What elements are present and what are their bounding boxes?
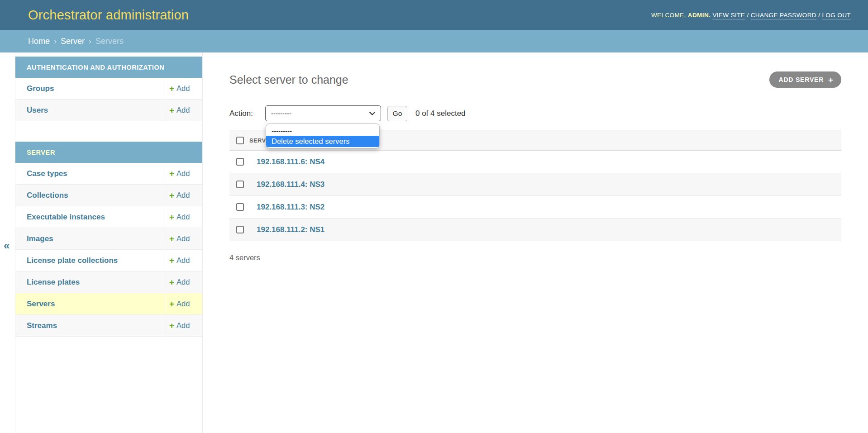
model-name-cell: Servers xyxy=(15,293,165,314)
page-title: Select server to change xyxy=(229,73,348,86)
action-dropdown: ---------Delete selected servers xyxy=(266,124,380,148)
sidebar-item-case-types: Case types+Add xyxy=(15,163,202,185)
sidebar-section-title[interactable]: Server xyxy=(15,142,202,163)
row-checkbox[interactable] xyxy=(236,158,244,166)
model-name-cell: Executable instances xyxy=(15,206,165,228)
sidebar-link-servers[interactable]: Servers xyxy=(27,300,55,309)
page-container: « Authentication and AuthorizationGroups… xyxy=(0,52,868,433)
main-content: Select server to change ADD SERVER + Act… xyxy=(203,52,868,433)
sidebar-link-executable-instances[interactable]: Executable instances xyxy=(27,213,105,222)
sidebar-link-images[interactable]: Images xyxy=(27,234,53,243)
user-link-separator: / xyxy=(818,12,820,19)
go-button[interactable]: Go xyxy=(387,106,407,121)
row-checkbox-cell xyxy=(229,158,249,166)
dropdown-option-delete-selected-servers[interactable]: Delete selected servers xyxy=(266,136,379,147)
selection-counter: 0 of 4 selected xyxy=(415,109,466,118)
user-link-separator: / xyxy=(747,12,749,19)
model-name-cell: License plate collections xyxy=(15,250,165,271)
user-link-view-site[interactable]: VIEW SITE xyxy=(712,12,745,19)
add-server-button[interactable]: ADD SERVER + xyxy=(769,71,841,88)
server-link-192-168-111-6-ns4[interactable]: 192.168.111.6: NS4 xyxy=(257,157,324,167)
plus-icon: + xyxy=(169,106,174,114)
sidebar-section-authentication-and-authorization: Authentication and AuthorizationGroups+A… xyxy=(15,57,202,121)
plus-icon: + xyxy=(169,278,174,286)
add-link-images[interactable]: Add xyxy=(176,234,190,243)
sidebar-link-license-plate-collections[interactable]: License plate collections xyxy=(27,256,118,265)
user-tools: WELCOME, ADMIN. VIEW SITE / CHANGE PASSW… xyxy=(651,12,851,19)
breadcrumb-link-home[interactable]: Home xyxy=(28,37,50,46)
sidebar-collapse-icon[interactable]: « xyxy=(4,240,10,251)
add-link-streams[interactable]: Add xyxy=(176,321,190,330)
sidebar-link-case-types[interactable]: Case types xyxy=(27,169,67,178)
site-title: Orchestrator administration xyxy=(28,8,189,23)
row-checkbox[interactable] xyxy=(236,226,244,233)
breadcrumb-separator: › xyxy=(54,37,57,46)
server-link-192-168-111-2-ns1[interactable]: 192.168.111.2: NS1 xyxy=(257,225,324,234)
plus-icon: + xyxy=(169,300,174,308)
sidebar-item-collections: Collections+Add xyxy=(15,185,202,206)
sidebar-item-streams: Streams+Add xyxy=(15,315,202,337)
user-link-change-password[interactable]: CHANGE PASSWORD xyxy=(751,12,816,19)
table-row: 192.168.111.2: NS1 xyxy=(229,219,841,241)
chevron-down-icon xyxy=(369,112,375,115)
add-link-groups[interactable]: Add xyxy=(176,84,190,93)
add-cell: +Add xyxy=(165,271,202,293)
sidebar-item-license-plates: License plates+Add xyxy=(15,271,202,293)
add-link-executable-instances[interactable]: Add xyxy=(176,213,190,221)
add-cell: +Add xyxy=(165,100,202,121)
row-checkbox-cell xyxy=(229,226,249,233)
add-link-collections[interactable]: Add xyxy=(176,191,190,200)
row-checkbox[interactable] xyxy=(236,181,244,188)
breadcrumb-separator: › xyxy=(89,37,91,46)
breadcrumb-current: Servers xyxy=(95,37,124,46)
add-cell: +Add xyxy=(165,250,202,271)
add-server-button-label: ADD SERVER xyxy=(779,76,824,83)
server-link-192-168-111-3-ns2[interactable]: 192.168.111.3: NS2 xyxy=(257,203,324,212)
add-link-license-plates[interactable]: Add xyxy=(176,278,190,286)
add-link-users[interactable]: Add xyxy=(176,106,190,114)
user-link-log-out[interactable]: LOG OUT xyxy=(822,12,851,19)
model-name-cell: Streams xyxy=(15,315,165,336)
server-link-192-168-111-4-ns3[interactable]: 192.168.111.4: NS3 xyxy=(257,180,324,189)
plus-icon: + xyxy=(169,84,174,93)
user-tools-links: VIEW SITE / CHANGE PASSWORD / LOG OUT xyxy=(712,12,851,19)
plus-icon: + xyxy=(169,191,174,200)
sidebar-link-streams[interactable]: Streams xyxy=(27,321,57,330)
sidebar-link-collections[interactable]: Collections xyxy=(27,191,68,200)
username: ADMIN. xyxy=(688,12,711,19)
sidebar-link-license-plates[interactable]: License plates xyxy=(27,278,80,287)
breadcrumb-link-server[interactable]: Server xyxy=(61,37,85,46)
row-checkbox-cell xyxy=(229,203,249,211)
plus-icon: + xyxy=(169,169,174,178)
add-link-license-plate-collections[interactable]: Add xyxy=(176,256,190,265)
dropdown-option-[interactable]: --------- xyxy=(266,126,379,136)
sidebar-link-users[interactable]: Users xyxy=(27,106,48,115)
table-row: 192.168.111.3: NS2 xyxy=(229,196,841,219)
add-cell: +Add xyxy=(165,185,202,206)
sidebar-section-title[interactable]: Authentication and Authorization xyxy=(15,57,202,78)
add-link-case-types[interactable]: Add xyxy=(176,169,190,178)
add-link-servers[interactable]: Add xyxy=(176,300,190,308)
add-cell: +Add xyxy=(165,206,202,228)
add-cell: +Add xyxy=(165,228,202,249)
model-name-cell: Images xyxy=(15,228,165,249)
plus-icon: + xyxy=(169,213,174,221)
table-row: 192.168.111.6: NS4 xyxy=(229,151,841,173)
plus-icon: + xyxy=(169,234,174,243)
sidebar-section-server: ServerCase types+AddCollections+AddExecu… xyxy=(15,142,202,337)
select-all-checkbox[interactable] xyxy=(236,137,244,144)
table-row: 192.168.111.4: NS3 xyxy=(229,173,841,196)
action-select-value: --------- xyxy=(271,109,291,117)
plus-icon: + xyxy=(828,76,834,84)
sidebar-link-groups[interactable]: Groups xyxy=(27,84,54,93)
action-select[interactable]: --------- ---------Delete selected serve… xyxy=(265,105,381,121)
sidebar-item-license-plate-collections: License plate collections+Add xyxy=(15,250,202,271)
sidebar-item-groups: Groups+Add xyxy=(15,78,202,100)
row-checkbox-cell xyxy=(229,181,249,188)
add-cell: +Add xyxy=(165,78,202,99)
sidebar-item-servers: Servers+Add xyxy=(15,293,202,315)
title-row: Select server to change ADD SERVER + xyxy=(229,71,841,88)
add-cell: +Add xyxy=(165,293,202,314)
action-label: Action: xyxy=(229,109,253,118)
row-checkbox[interactable] xyxy=(236,203,244,211)
